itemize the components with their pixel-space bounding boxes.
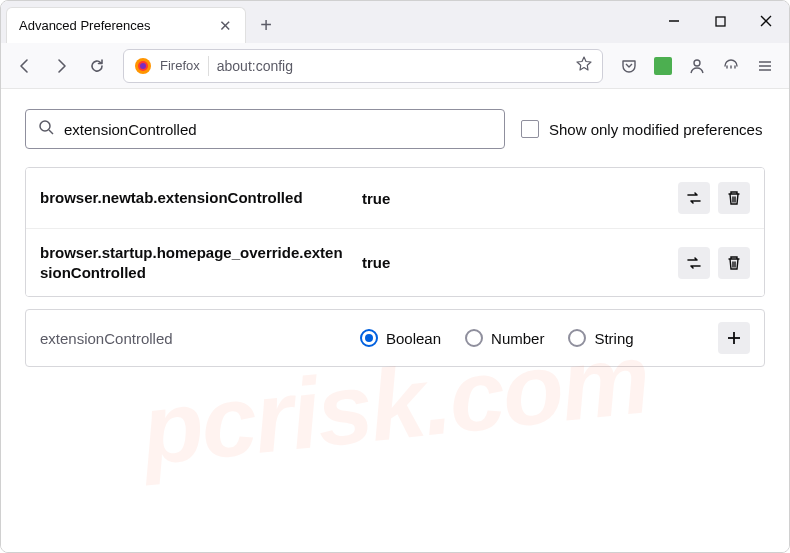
account-icon[interactable] xyxy=(681,50,713,82)
nav-toolbar: Firefox about:config xyxy=(1,43,789,89)
window-controls xyxy=(651,3,789,39)
overflow-icon[interactable] xyxy=(715,50,747,82)
modified-only-checkbox-row[interactable]: Show only modified preferences xyxy=(521,120,762,138)
pref-value: true xyxy=(362,254,666,271)
close-tab-icon[interactable]: ✕ xyxy=(217,18,233,34)
radio-icon[interactable] xyxy=(568,329,586,347)
minimize-button[interactable] xyxy=(651,3,697,39)
extension-icon[interactable] xyxy=(647,50,679,82)
url-bar[interactable]: Firefox about:config xyxy=(123,49,603,83)
pref-name: browser.startup.homepage_override.extens… xyxy=(40,243,350,282)
type-options: Boolean Number String xyxy=(360,329,708,347)
maximize-button[interactable] xyxy=(697,3,743,39)
url-address: about:config xyxy=(217,58,568,74)
back-button[interactable] xyxy=(9,50,41,82)
type-boolean[interactable]: Boolean xyxy=(360,329,441,347)
add-pref-name: extensionControlled xyxy=(40,330,350,347)
pref-row: browser.newtab.extensionControlled true xyxy=(26,168,764,228)
search-box[interactable] xyxy=(25,109,505,149)
radio-label: Boolean xyxy=(386,330,441,347)
close-window-button[interactable] xyxy=(743,3,789,39)
svg-rect-1 xyxy=(716,17,725,26)
toggle-button[interactable] xyxy=(678,247,710,279)
tab-title: Advanced Preferences xyxy=(19,18,151,33)
pref-value: true xyxy=(362,190,666,207)
search-row: Show only modified preferences xyxy=(25,109,765,149)
radio-icon[interactable] xyxy=(360,329,378,347)
toggle-button[interactable] xyxy=(678,182,710,214)
pref-name: browser.newtab.extensionControlled xyxy=(40,188,350,208)
pref-actions xyxy=(678,182,750,214)
bookmark-star-icon[interactable] xyxy=(576,56,592,76)
app-menu-icon[interactable] xyxy=(749,50,781,82)
content-area: Show only modified preferences browser.n… xyxy=(1,89,789,552)
pref-row: browser.startup.homepage_override.extens… xyxy=(26,228,764,296)
pocket-icon[interactable] xyxy=(613,50,645,82)
add-button[interactable] xyxy=(718,322,750,354)
new-tab-button[interactable]: + xyxy=(252,11,280,39)
url-identity-label: Firefox xyxy=(160,58,200,73)
pref-actions xyxy=(678,247,750,279)
checkbox-icon[interactable] xyxy=(521,120,539,138)
checkbox-label: Show only modified preferences xyxy=(549,121,762,138)
forward-button[interactable] xyxy=(45,50,77,82)
type-number[interactable]: Number xyxy=(465,329,544,347)
reload-button[interactable] xyxy=(81,50,113,82)
toolbar-icons xyxy=(613,50,781,82)
svg-point-7 xyxy=(694,60,700,66)
url-divider xyxy=(208,56,209,76)
svg-point-6 xyxy=(140,63,146,69)
svg-line-12 xyxy=(49,130,53,134)
add-pref-row: extensionControlled Boolean Number Strin… xyxy=(26,310,764,366)
delete-button[interactable] xyxy=(718,182,750,214)
radio-label: Number xyxy=(491,330,544,347)
radio-icon[interactable] xyxy=(465,329,483,347)
type-string[interactable]: String xyxy=(568,329,633,347)
radio-label: String xyxy=(594,330,633,347)
tab-bar: Advanced Preferences ✕ + xyxy=(1,1,789,43)
search-input[interactable] xyxy=(64,121,492,138)
delete-button[interactable] xyxy=(718,247,750,279)
add-pref-wrapper: extensionControlled Boolean Number Strin… xyxy=(25,309,765,367)
svg-point-11 xyxy=(40,121,50,131)
pref-table: browser.newtab.extensionControlled true … xyxy=(25,167,765,297)
window-frame: Advanced Preferences ✕ + xyxy=(0,0,790,553)
browser-tab[interactable]: Advanced Preferences ✕ xyxy=(6,7,246,43)
firefox-logo-icon xyxy=(134,57,152,75)
search-icon xyxy=(38,119,54,139)
